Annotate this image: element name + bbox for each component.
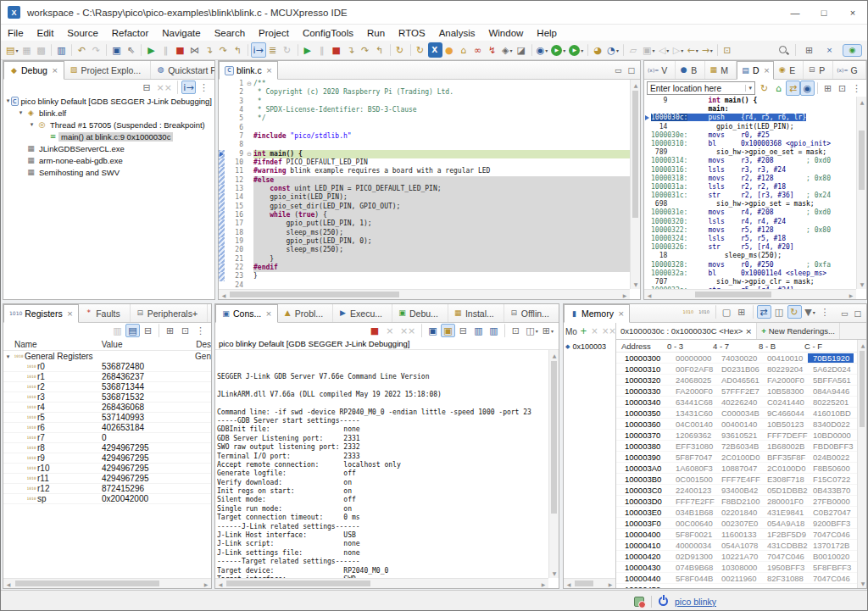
memory-cell[interactable]: 24068025 xyxy=(670,375,716,385)
code-line[interactable]: 7 #include "pico/stdlib.h" xyxy=(219,132,630,141)
disassembly-line[interactable]: 1000031a: lsls r2, r2, #18 xyxy=(644,183,856,192)
disassembly-line[interactable]: 10000320: lsls r4, r4, #24 xyxy=(644,218,856,226)
toolbar-separator[interactable] xyxy=(177,81,178,94)
coverage-button[interactable]: ◕ xyxy=(591,42,605,58)
show-stderr-button[interactable]: ▥ xyxy=(487,324,501,337)
tab-global-variables[interactable]: (x)= G xyxy=(833,61,865,79)
memory-cell[interactable]: 80229204 xyxy=(762,364,808,374)
tab-expressions[interactable]: ◉ E xyxy=(774,61,804,79)
new-view-button[interactable]: ⊞ xyxy=(163,324,177,337)
register-row[interactable]: 1010r0 536872480 xyxy=(3,362,211,372)
registers-table-header[interactable]: Name Value Des xyxy=(3,338,211,351)
memory-cell[interactable]: 416010BD xyxy=(808,408,854,418)
menu-item[interactable]: Source xyxy=(60,28,104,38)
refresh-view-button[interactable]: ↻ xyxy=(757,81,771,96)
memory-cell[interactable]: EFF31080 xyxy=(670,442,716,451)
disassembly-line[interactable]: 9 int main() { xyxy=(644,97,856,105)
memory-cell[interactable]: 9C466044 xyxy=(762,408,808,418)
flash-tool-button[interactable]: ↯ xyxy=(486,42,500,58)
memory-row[interactable]: 10000350 13431C60C000034B9C466044416010B… xyxy=(616,408,857,419)
register-row[interactable]: 1010r5 537140993 xyxy=(3,413,211,423)
memory-cell[interactable]: FA2000F0 xyxy=(762,375,808,385)
menu-item[interactable]: ConfigTools xyxy=(296,28,360,38)
scroll-lock-button[interactable]: ▣ xyxy=(441,324,455,337)
memory-cell[interactable]: C0B27047 xyxy=(808,508,854,517)
format-button[interactable]: 1010 xyxy=(697,305,712,319)
collapse-all-button[interactable]: ⊟ xyxy=(140,81,154,94)
memory-row[interactable]: 100003E0 034B1B6802201840431E9841C0B2704… xyxy=(616,507,857,518)
mcuxpresso-ide-button[interactable]: X xyxy=(428,42,442,58)
memory-row[interactable]: 10000370 1206936293610521FFF7DEFF10BD000… xyxy=(616,430,857,441)
memory-cell[interactable]: FFF7DEFF xyxy=(762,430,808,440)
fold-icon[interactable] xyxy=(245,203,253,211)
external-tools-button[interactable]: ▶ ▾ xyxy=(567,42,585,58)
debug-tree-row[interactable]: ▦ arm-none-eabi-gdb.exe xyxy=(3,154,214,166)
memory-cell[interactable]: 10BD0000 xyxy=(808,430,854,440)
code-line[interactable]: 23 } xyxy=(219,272,630,281)
code-line[interactable]: 3 * xyxy=(219,97,630,106)
toolbar-separator[interactable] xyxy=(421,324,422,337)
collapse-all-button[interactable]: ⊟ xyxy=(141,324,155,337)
memory-cell[interactable]: 11600133 xyxy=(716,530,762,539)
tab-console[interactable]: ▣ Cons... × xyxy=(215,304,278,323)
develop-perspective-button[interactable]: × xyxy=(820,44,839,57)
memory-cell[interactable]: 82F31088 xyxy=(762,574,808,583)
memory-row[interactable]: 10000420 02D9130010221A707047C046B001002… xyxy=(616,551,857,562)
split-button[interactable]: ◫ xyxy=(772,305,787,319)
memory-row[interactable]: 10000410 40000034054A1078431CDBB21370172… xyxy=(616,540,857,551)
close-tab-icon[interactable]: × xyxy=(266,66,273,75)
export-button[interactable]: ⊞ xyxy=(735,305,749,319)
memory-cell[interactable]: BFF35F8F xyxy=(762,453,808,462)
toolbar-separator[interactable] xyxy=(248,44,248,56)
fold-icon[interactable] xyxy=(245,106,253,114)
new-tab-button[interactable]: ▢ xyxy=(720,305,734,319)
sync-button[interactable]: ↻ xyxy=(787,305,802,319)
add-monitor-button[interactable]: + xyxy=(578,325,589,338)
memory-column-header[interactable]: Address xyxy=(616,342,662,351)
terminate-button[interactable]: ■ xyxy=(173,42,187,58)
memory-cell[interactable]: 054A1078 xyxy=(716,541,762,550)
chevron-down-icon[interactable]: ▾ xyxy=(16,109,25,116)
memory-cell[interactable]: 1950BFF3 xyxy=(762,563,808,572)
code-line[interactable]: 18 sleep_ms(250); xyxy=(219,229,630,237)
memory-cell[interactable]: 0C001500 xyxy=(670,475,716,484)
code-line[interactable]: 22 #endif xyxy=(219,264,630,272)
memory-row[interactable]: 100003B0 0C001500FFF7E4FFE308F718F15C072… xyxy=(616,474,857,485)
memory-cell[interactable]: 02201840 xyxy=(716,508,762,517)
view-menu-button[interactable]: ⋮ xyxy=(197,81,211,94)
remove-monitor-button[interactable]: × xyxy=(589,325,600,338)
chevron-down-icon[interactable]: ▾ xyxy=(27,121,36,128)
tab-faults[interactable]: * Faults xyxy=(79,304,131,322)
memory-cell[interactable]: 2C0100D0 xyxy=(716,453,762,462)
home-button[interactable]: ⌂ xyxy=(457,42,471,58)
code-line[interactable]: 20 sleep_ms(250); xyxy=(219,246,630,254)
debug-tree-row[interactable]: ▾ ◈ blink.elf xyxy=(3,107,214,119)
previous-annotation-button[interactable]: ◁ ▾ xyxy=(656,42,670,58)
new-wizard-button[interactable]: ▤ ▾ xyxy=(4,42,19,58)
display-console-button[interactable]: ◫ ▾ xyxy=(524,324,539,337)
memory-cell[interactable]: 27FB0000 xyxy=(808,497,854,506)
memory-cell[interactable]: 93400B42 xyxy=(716,486,762,495)
tab-breakpoints[interactable]: ● B xyxy=(676,61,705,79)
close-tab-icon[interactable]: × xyxy=(618,309,625,318)
memory-cell[interactable]: 7047C046 xyxy=(762,552,808,561)
memory-cell[interactable]: 054A9A18 xyxy=(762,519,808,528)
mark-occurrences-button[interactable]: ▣ ▾ xyxy=(641,42,656,58)
memory-row[interactable]: 10000440 5F8F044B0021196082F310887047C04… xyxy=(616,573,857,584)
show-columns-button[interactable]: ▥ xyxy=(110,324,125,337)
disassembly-line[interactable]: 1000032a: bl 0x100011e4 <sleep_ms> xyxy=(644,269,856,278)
clear-console-button[interactable]: ▣ xyxy=(426,324,440,337)
memory-cell[interactable]: 57FFF2E7 xyxy=(716,386,762,396)
instruction-stepping-toggle[interactable]: i→ xyxy=(181,81,196,94)
disassembly-line[interactable]: 10000318: movs r2, #128 ; 0x80 xyxy=(644,175,856,183)
tab-peripherals[interactable]: ⊟ P xyxy=(804,61,833,79)
fold-icon[interactable] xyxy=(245,219,253,228)
toolbar-separator[interactable] xyxy=(504,324,505,337)
minimize-window-button[interactable]: — xyxy=(781,1,810,24)
memory-cell[interactable]: F8B50600 xyxy=(808,464,854,473)
menu-item[interactable]: RTOS xyxy=(392,28,432,38)
minimize-view-button[interactable]: ▭ xyxy=(615,66,622,75)
memory-cell[interactable]: 5F8FBFF3 xyxy=(808,563,854,572)
fold-icon[interactable] xyxy=(245,211,253,219)
console-output[interactable]: SEGGER J-Link GDB Server V7.66e Command … xyxy=(217,350,548,578)
